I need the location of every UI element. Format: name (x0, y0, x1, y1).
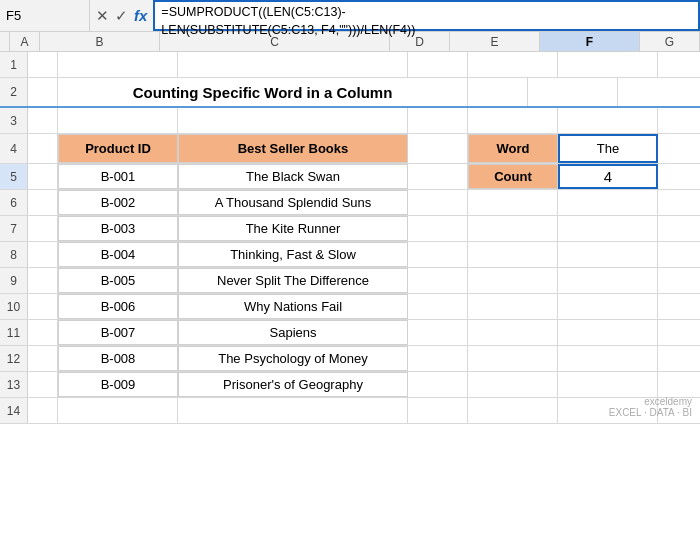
cell-c4-header[interactable]: Best Seller Books (178, 134, 408, 163)
cell-d2[interactable] (468, 78, 528, 106)
cell-f7[interactable] (558, 216, 658, 241)
cell-d9[interactable] (408, 268, 468, 293)
cell-b1[interactable] (58, 52, 178, 77)
cell-e14[interactable] (468, 398, 558, 423)
cell-d1[interactable] (408, 52, 468, 77)
cell-e5-count-label[interactable]: Count (468, 164, 558, 189)
cell-c7[interactable]: The Kite Runner (178, 216, 408, 241)
cell-b11[interactable]: B-007 (58, 320, 178, 345)
cell-f1[interactable] (558, 52, 658, 77)
cell-f10[interactable] (558, 294, 658, 319)
cell-a3[interactable] (28, 108, 58, 133)
cell-f5-count-value[interactable]: 4 (558, 164, 658, 189)
cell-g6[interactable] (658, 190, 700, 215)
cell-c9[interactable]: Never Split The Difference (178, 268, 408, 293)
cell-b3[interactable] (58, 108, 178, 133)
cell-d10[interactable] (408, 294, 468, 319)
cell-d13[interactable] (408, 372, 468, 397)
cancel-icon[interactable]: ✕ (96, 7, 109, 25)
cell-e8[interactable] (468, 242, 558, 267)
cell-c5[interactable]: The Black Swan (178, 164, 408, 189)
cell-e9[interactable] (468, 268, 558, 293)
cell-c13[interactable]: Prisoner's of Geography (178, 372, 408, 397)
cell-e10[interactable] (468, 294, 558, 319)
cell-d8[interactable] (408, 242, 468, 267)
cell-b8[interactable]: B-004 (58, 242, 178, 267)
cell-d14[interactable] (408, 398, 468, 423)
cell-b9[interactable]: B-005 (58, 268, 178, 293)
cell-b12[interactable]: B-008 (58, 346, 178, 371)
cell-name-box[interactable]: F5 (0, 0, 90, 31)
cell-b6[interactable]: B-002 (58, 190, 178, 215)
cell-g7[interactable] (658, 216, 700, 241)
cell-b14[interactable] (58, 398, 178, 423)
cell-d5[interactable] (408, 164, 468, 189)
cell-b10[interactable]: B-006 (58, 294, 178, 319)
cell-b13[interactable]: B-009 (58, 372, 178, 397)
cell-f12[interactable] (558, 346, 658, 371)
cell-f13[interactable] (558, 372, 658, 397)
cell-b5[interactable]: B-001 (58, 164, 178, 189)
cell-e13[interactable] (468, 372, 558, 397)
cell-b7[interactable]: B-003 (58, 216, 178, 241)
cell-c12[interactable]: The Psychology of Money (178, 346, 408, 371)
cell-a5[interactable] (28, 164, 58, 189)
cell-a11[interactable] (28, 320, 58, 345)
cell-e3[interactable] (468, 108, 558, 133)
cell-e1[interactable] (468, 52, 558, 77)
cell-d6[interactable] (408, 190, 468, 215)
cell-e7[interactable] (468, 216, 558, 241)
cell-a9[interactable] (28, 268, 58, 293)
cell-g8[interactable] (658, 242, 700, 267)
cell-f4-word-value[interactable]: The (558, 134, 658, 163)
cell-b4-header[interactable]: Product ID (58, 134, 178, 163)
cell-c8[interactable]: Thinking, Fast & Slow (178, 242, 408, 267)
cell-g3[interactable] (658, 108, 700, 133)
cell-a12[interactable] (28, 346, 58, 371)
cell-f8[interactable] (558, 242, 658, 267)
cell-c1[interactable] (178, 52, 408, 77)
cell-d3[interactable] (408, 108, 468, 133)
cell-a6[interactable] (28, 190, 58, 215)
cell-e11[interactable] (468, 320, 558, 345)
cell-a14[interactable] (28, 398, 58, 423)
cell-e12[interactable] (468, 346, 558, 371)
col-header-e[interactable]: E (450, 32, 540, 51)
cell-c14[interactable] (178, 398, 408, 423)
cell-g13[interactable] (658, 372, 700, 397)
cell-d12[interactable] (408, 346, 468, 371)
cell-g10[interactable] (658, 294, 700, 319)
col-header-b[interactable]: B (40, 32, 160, 51)
cell-d4[interactable] (408, 134, 468, 163)
cell-e2[interactable] (528, 78, 618, 106)
cell-g12[interactable] (658, 346, 700, 371)
cell-a13[interactable] (28, 372, 58, 397)
cell-a7[interactable] (28, 216, 58, 241)
cell-g5[interactable] (658, 164, 700, 189)
cell-a1[interactable] (28, 52, 58, 77)
cell-a4[interactable] (28, 134, 58, 163)
cell-f3[interactable] (558, 108, 658, 133)
cell-c10[interactable]: Why Nations Fail (178, 294, 408, 319)
cell-c6[interactable]: A Thousand Splendid Suns (178, 190, 408, 215)
cell-c11[interactable]: Sapiens (178, 320, 408, 345)
cell-g11[interactable] (658, 320, 700, 345)
cell-e4-word-label[interactable]: Word (468, 134, 558, 163)
cell-g1[interactable] (658, 52, 700, 77)
cell-f6[interactable] (558, 190, 658, 215)
cell-f2[interactable] (618, 78, 700, 106)
cell-f9[interactable] (558, 268, 658, 293)
cell-e6[interactable] (468, 190, 558, 215)
cell-g4[interactable] (658, 134, 700, 163)
cell-d7[interactable] (408, 216, 468, 241)
cell-a2[interactable] (28, 78, 58, 106)
cell-g9[interactable] (658, 268, 700, 293)
cell-f11[interactable] (558, 320, 658, 345)
cell-d11[interactable] (408, 320, 468, 345)
col-header-g[interactable]: G (640, 32, 700, 51)
fx-icon[interactable]: fx (134, 7, 147, 24)
cell-c3[interactable] (178, 108, 408, 133)
cell-a10[interactable] (28, 294, 58, 319)
col-header-f[interactable]: F (540, 32, 640, 51)
confirm-icon[interactable]: ✓ (115, 7, 128, 25)
